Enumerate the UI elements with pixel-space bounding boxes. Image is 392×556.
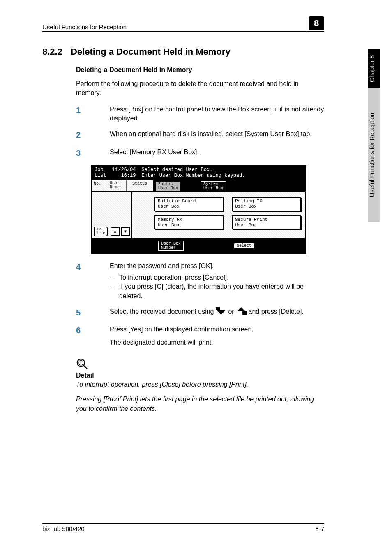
step-text: Press [Box] on the control panel to view… [110, 105, 324, 123]
step-6: 6 Press [Yes] on the displayed confirmat… [42, 325, 324, 347]
step-number: 1 [42, 105, 97, 123]
step-text-fragment: Select the received document using [110, 308, 216, 315]
step-2: 2 When an optional hard disk is installe… [42, 130, 324, 141]
svg-line-6 [84, 366, 87, 369]
col-status: Status [127, 180, 153, 191]
user-box-number-button[interactable]: User Box Number [158, 241, 184, 251]
step-1: 1 Press [Box] on the control panel to vi… [42, 105, 324, 123]
arrow-up-icon [236, 307, 247, 317]
running-header-title: Useful Functions for Reception [42, 23, 127, 30]
page-footer: bizhub 500/420 8-7 [42, 523, 324, 532]
tab-public-user-box[interactable]: Public User Box [155, 181, 181, 191]
side-tab-title: Useful Functions for Reception [368, 88, 380, 222]
date-text: 11/26/04 [112, 167, 136, 173]
step-text-fragment: or [228, 308, 236, 315]
arrow-down-icon [216, 307, 226, 317]
scroll-down-button[interactable]: ▼ [121, 227, 130, 236]
step-number: 5 [42, 307, 97, 319]
substep-text: If you press [C] (clear), the informatio… [119, 282, 324, 300]
job-list-button[interactable]: Job List [92, 166, 110, 180]
select-button[interactable]: Select [233, 243, 255, 249]
svg-rect-0 [216, 307, 220, 310]
detail-label: Detail [76, 372, 324, 379]
step-text: Select [Memory RX User Box]. [110, 148, 324, 159]
heading-2-number: 8.2.2 [42, 46, 62, 57]
tab-bar: Public User Box System User Box [154, 180, 305, 191]
chapter-number: 8 [314, 18, 319, 29]
svg-rect-3 [242, 311, 247, 315]
prompt-line-2: Enter User Box Number using keypad. [141, 173, 302, 178]
job-columns: No. User Name Status [92, 180, 154, 191]
prompt-line-1: Select desired User Box. [141, 167, 302, 173]
substep: –If you press [C] (clear), the informati… [110, 282, 324, 300]
detail-icon [76, 358, 324, 370]
datetime-display: 11/26/04 16:19 [110, 166, 139, 180]
device-screenshot: Job List 11/26/04 16:19 Select desired U… [91, 165, 306, 255]
heading-2: 8.2.2 Deleting a Document Held in Memory [42, 46, 324, 57]
bulletin-board-user-box-button[interactable]: Bulletin Board User Box [154, 197, 224, 211]
step-text: Enter the password and press [OK]. [110, 262, 214, 269]
delete-button[interactable]: De- lete [94, 227, 108, 236]
box-options-area: Bulletin Board User Box Polling TX User … [132, 192, 305, 238]
detail-paragraph: Pressing [Proof Print] lets the first pa… [76, 395, 324, 413]
svg-marker-1 [217, 310, 225, 315]
scroll-up-button[interactable]: ▲ [111, 227, 120, 236]
footer-product: bizhub 500/420 [42, 525, 85, 532]
side-tab-chapter: Chapter 8 [368, 49, 380, 88]
svg-point-5 [79, 360, 83, 365]
step-text: Select the received document using or an… [110, 307, 324, 319]
job-list-area: De- lete ▲ ▼ [92, 192, 132, 238]
step-number: 2 [42, 130, 97, 141]
running-header: Useful Functions for Reception 8 [42, 16, 324, 32]
step-result: The designated document will print. [110, 338, 324, 347]
substep-text: To interrupt operation, press [Cancel]. [119, 273, 229, 282]
heading-3: Deleting a Document Held in Memory [76, 66, 324, 74]
step-3: 3 Select [Memory RX User Box]. [42, 148, 324, 159]
chapter-number-badge: 8 [309, 16, 324, 30]
col-no: No. [92, 180, 103, 191]
step-text: Press [Yes] on the displayed confirmatio… [110, 326, 254, 333]
step-number: 4 [42, 262, 97, 300]
memory-rx-user-box-button[interactable]: Memory RX User Box [154, 215, 224, 229]
polling-tx-user-box-button[interactable]: Polling TX User Box [232, 197, 301, 211]
tab-system-user-box[interactable]: System User Box [201, 181, 226, 191]
detail-paragraph: To interrupt operation, press [Close] be… [76, 380, 324, 389]
step-number: 3 [42, 148, 97, 159]
col-user-name: User Name [103, 180, 127, 191]
footer-page-number: 8-7 [315, 525, 324, 532]
step-4: 4 Enter the password and press [OK]. –To… [42, 262, 324, 300]
svg-marker-2 [237, 307, 245, 311]
intro-paragraph: Perform the following procedure to delet… [76, 79, 324, 97]
step-number: 6 [42, 325, 97, 347]
step-text: When an optional hard disk is installed,… [110, 130, 324, 141]
step-text-fragment: and press [Delete]. [249, 308, 304, 315]
substep: –To interrupt operation, press [Cancel]. [110, 273, 324, 282]
side-tab: Chapter 8 Useful Functions for Reception [368, 49, 380, 222]
heading-2-title: Deleting a Document Held in Memory [71, 46, 231, 57]
secure-print-user-box-button[interactable]: Secure Print User Box [232, 215, 301, 229]
prompt-message: Select desired User Box. Enter User Box … [139, 166, 305, 180]
time-text: 16:19 [112, 173, 136, 178]
step-5: 5 Select the received document using or … [42, 307, 324, 319]
